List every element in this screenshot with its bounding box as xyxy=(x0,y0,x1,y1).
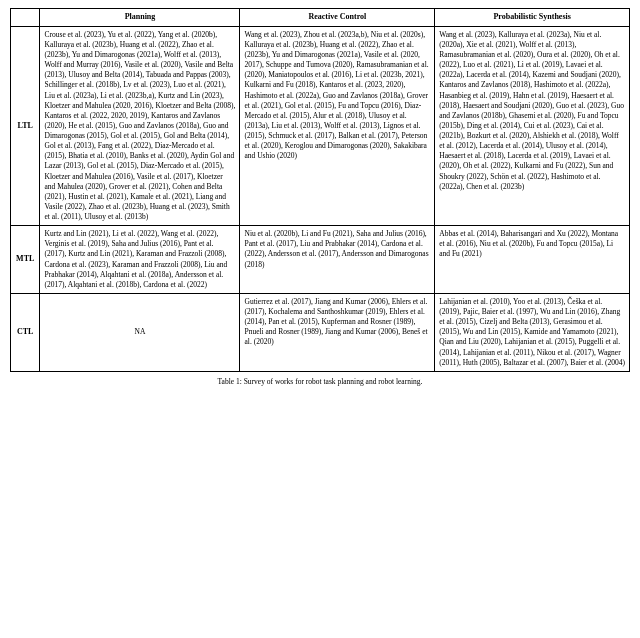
col-header-prob: Probabilistic Synthesis xyxy=(435,9,630,27)
cell-mtl-prob: Abbas et al. (2014), Baharisangari and X… xyxy=(435,226,630,294)
cell-ctl-reactive: Gutierrez et al. (2017), Jiang and Kumar… xyxy=(240,293,435,371)
cell-ctl-prob: Lahijanian et al. (2010), Yoo et al. (20… xyxy=(435,293,630,371)
cell-ctl-planning: NA xyxy=(40,293,240,371)
cell-mtl-reactive: Niu et al. (2020b), Li and Fu (2021), Sa… xyxy=(240,226,435,294)
col-header-planning: Planning xyxy=(40,9,240,27)
cell-ltl-reactive: Wang et al. (2023), Zhou et al. (2023a,b… xyxy=(240,26,435,225)
table-caption: Table 1: Survey of works for robot task … xyxy=(10,377,630,386)
cell-ltl-planning: Crouse et al. (2023), Yu et al. (2022), … xyxy=(40,26,240,225)
survey-table: Planning Reactive Control Probabilistic … xyxy=(10,8,630,372)
main-container: Planning Reactive Control Probabilistic … xyxy=(0,0,640,394)
col-header-reactive: Reactive Control xyxy=(240,9,435,27)
row-header-mtl: MTL xyxy=(11,226,40,294)
row-header-ltl: LTL xyxy=(11,26,40,225)
row-header-ctl: CTL xyxy=(11,293,40,371)
cell-ltl-prob: Wang et al. (2023), Kalluraya et al. (20… xyxy=(435,26,630,225)
cell-mtl-planning: Kurtz and Lin (2021), Li et al. (2022), … xyxy=(40,226,240,294)
col-header-empty xyxy=(11,9,40,27)
